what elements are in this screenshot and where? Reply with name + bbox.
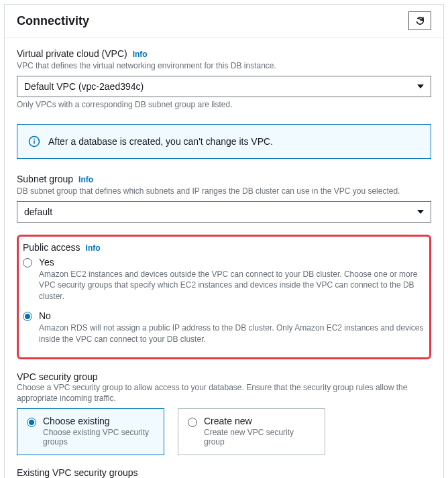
vpc-info-link[interactable]: Info — [133, 50, 148, 59]
radio-icon — [23, 258, 32, 267]
refresh-icon — [414, 15, 425, 26]
card-choose-existing[interactable]: Choose existing Choose existing VPC secu… — [17, 408, 164, 455]
panel-header: Connectivity — [5, 5, 443, 38]
subnet-section: Subnet group Info DB subnet group that d… — [17, 174, 431, 223]
public-access-highlight: Public access Info Yes Amazon EC2 instan… — [17, 235, 431, 359]
radio-icon — [188, 418, 197, 427]
subnet-select[interactable]: default — [17, 201, 431, 223]
info-icon — [28, 135, 40, 147]
vpc-subtext: Only VPCs with a corresponding DB subnet… — [17, 100, 431, 109]
security-group-label: VPC security group — [17, 371, 431, 382]
subnet-hint: DB subnet group that defines which subne… — [17, 186, 431, 197]
svg-point-1 — [34, 138, 35, 139]
vpc-hint: VPC that defines the virtual networking … — [17, 60, 431, 72]
vpc-label: Virtual private cloud (VPC) — [17, 48, 127, 59]
vpc-alert: After a database is created, you can't c… — [17, 124, 431, 159]
public-access-info-link[interactable]: Info — [86, 243, 101, 253]
existing-groups-label: Existing VPC security groups — [17, 467, 431, 478]
svg-rect-2 — [34, 140, 35, 143]
subnet-label: Subnet group — [17, 174, 73, 184]
vpc-select[interactable]: Default VPC (vpc-2aed394c) — [17, 76, 431, 97]
radio-icon — [23, 312, 32, 321]
security-group-hint: Choose a VPC security group to allow acc… — [17, 382, 431, 405]
radio-icon — [27, 418, 36, 427]
radio-label: Yes — [39, 257, 425, 267]
vpc-select-value: Default VPC (vpc-2aed394c) — [24, 81, 144, 92]
security-group-section: VPC security group Choose a VPC security… — [17, 371, 431, 478]
public-access-radio-group: Yes Amazon EC2 instances and devices out… — [23, 254, 425, 351]
radio-desc: Amazon EC2 instances and devices outside… — [39, 269, 425, 302]
refresh-button[interactable] — [408, 11, 431, 30]
panel-title: Connectivity — [17, 14, 89, 28]
public-access-option-yes[interactable]: Yes Amazon EC2 instances and devices out… — [23, 254, 425, 308]
caret-down-icon — [417, 210, 424, 214]
connectivity-panel: Connectivity Virtual private cloud (VPC)… — [4, 4, 444, 478]
caret-down-icon — [417, 84, 424, 88]
card-title: Choose existing — [43, 416, 154, 426]
public-access-label: Public access — [23, 242, 80, 253]
card-title: Create new — [204, 416, 315, 426]
subnet-info-link[interactable]: Info — [78, 175, 93, 184]
public-access-option-no[interactable]: No Amazon RDS will not assign a public I… — [23, 308, 425, 351]
radio-label: No — [39, 310, 425, 321]
vpc-section: Virtual private cloud (VPC) Info VPC tha… — [17, 48, 431, 109]
card-desc: Create new VPC security group — [204, 428, 315, 446]
card-desc: Choose existing VPC security groups — [43, 428, 154, 446]
card-create-new[interactable]: Create new Create new VPC security group — [178, 408, 325, 455]
security-group-cards: Choose existing Choose existing VPC secu… — [17, 408, 431, 455]
subnet-select-value: default — [24, 206, 52, 217]
alert-text: After a database is created, you can't c… — [48, 136, 273, 147]
radio-desc: Amazon RDS will not assign a public IP a… — [39, 322, 425, 345]
